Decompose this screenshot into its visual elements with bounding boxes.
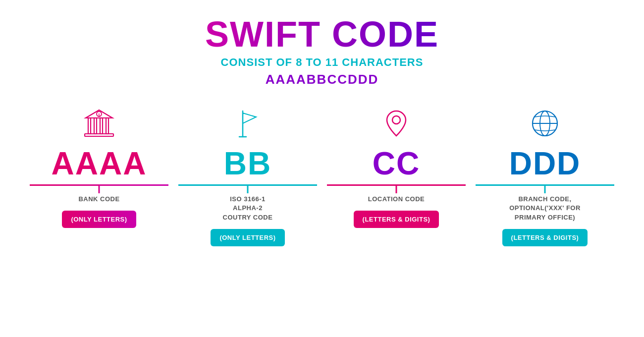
svg-point-10 [392, 116, 400, 124]
columns-container: $ AAAA BANK CODE (ONLY LETTERS) BB ISO 3… [20, 101, 624, 246]
svg-rect-3 [94, 118, 97, 134]
divider-ddd [476, 184, 614, 186]
svg-rect-2 [88, 118, 91, 134]
label-aaaa: BANK CODE [78, 195, 119, 204]
flag-icon-container [230, 101, 265, 146]
svg-rect-4 [100, 118, 103, 134]
code-cc: CC [373, 148, 420, 179]
divider-bb [178, 184, 317, 186]
globe-icon [528, 106, 562, 141]
location-icon [379, 106, 414, 141]
code-aaaa: AAAA [52, 148, 147, 179]
location-icon-container [379, 101, 414, 146]
code-ddd: DDD [509, 148, 581, 179]
badge-cc: (LETTERS & DIGITS) [354, 211, 439, 228]
main-title: SWIFT CODE [205, 15, 439, 54]
label-ddd: BRANCH CODE,OPTIONAL('XXX' FORPRIMARY OF… [509, 195, 581, 222]
bank-icon: $ [82, 106, 116, 141]
code-bb: BB [224, 148, 271, 179]
bank-icon-container: $ [82, 101, 116, 146]
label-bb: ISO 3166-1ALPHA-2COUTRY CODE [223, 195, 273, 222]
label-cc: LOCATION CODE [368, 195, 425, 204]
svg-text:$: $ [98, 113, 100, 116]
column-ddd: DDD BRANCH CODE,OPTIONAL('XXX' FORPRIMAR… [471, 101, 619, 246]
flag-icon [230, 106, 265, 141]
divider-cc [327, 184, 466, 186]
column-aaaa: $ AAAA BANK CODE (ONLY LETTERS) [25, 101, 173, 228]
subtitle: CONSIST OF 8 TO 11 CHARACTERS [221, 56, 424, 69]
globe-icon-container [528, 101, 562, 146]
svg-rect-5 [106, 118, 108, 134]
column-bb: BB ISO 3166-1ALPHA-2COUTRY CODE (ONLY LE… [173, 101, 322, 246]
badge-aaaa: (ONLY LETTERS) [62, 211, 136, 228]
column-cc: CC LOCATION CODE (LETTERS & DIGITS) [322, 101, 471, 228]
badge-ddd: (LETTERS & DIGITS) [502, 229, 588, 246]
code-pattern: AAAABBCCDDD [266, 72, 379, 87]
badge-bb: (ONLY LETTERS) [211, 229, 284, 246]
divider-aaaa [30, 184, 168, 186]
